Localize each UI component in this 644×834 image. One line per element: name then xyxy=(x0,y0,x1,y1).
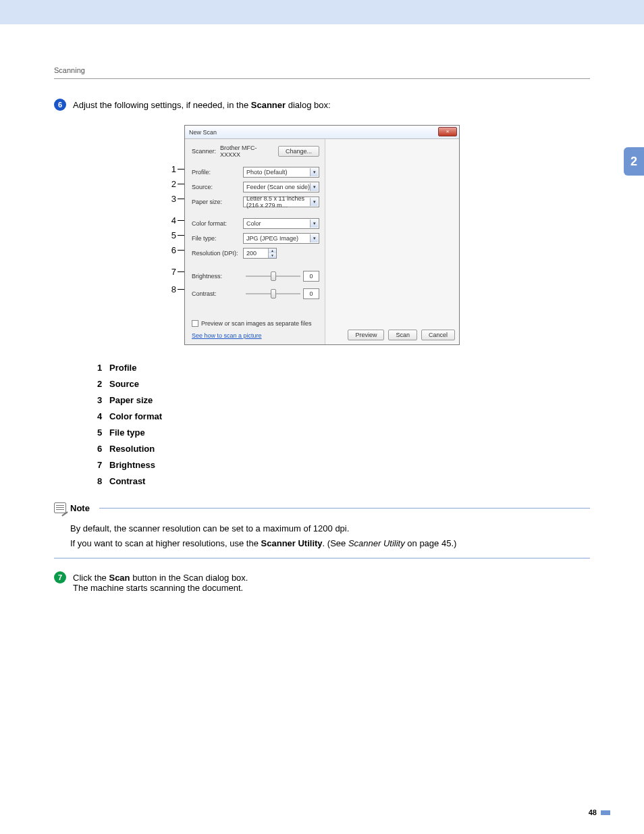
callout-4-num: 4 xyxy=(171,215,176,226)
note-title: Note xyxy=(70,503,90,513)
dialog-positioner: 1 2 3 4 5 6 7 8 New Scan × Scanner: xyxy=(184,125,460,345)
legend-num: 8 xyxy=(97,476,109,486)
profile-select[interactable]: Photo (Default)▾ xyxy=(243,167,319,178)
callout-line xyxy=(178,199,184,199)
spinner-arrows[interactable]: ▲▼ xyxy=(268,249,276,258)
chevron-down-icon[interactable]: ▾ xyxy=(310,183,318,191)
step-6-text-bold: Scanner xyxy=(251,100,286,110)
legend-item-contrast: 8Contrast xyxy=(97,476,590,486)
step-6-bullet: 6 xyxy=(54,99,66,111)
dialog-body: Scanner: Brother MFC- XXXXX Change... Pr… xyxy=(185,139,459,344)
change-button[interactable]: Change... xyxy=(278,146,319,157)
legend-label: Paper size xyxy=(109,395,153,405)
callout-6-num: 6 xyxy=(171,245,176,255)
slider-thumb[interactable] xyxy=(271,271,276,281)
brightness-slider[interactable] xyxy=(246,276,300,277)
scan-button[interactable]: Scan xyxy=(388,330,417,340)
contrast-label: Contrast: xyxy=(192,290,243,297)
legend-label: Brightness xyxy=(109,460,155,470)
step7-line1-a: Click the xyxy=(73,573,109,583)
callout-8-num: 8 xyxy=(171,284,176,294)
preview-button[interactable]: Preview xyxy=(348,330,384,340)
note-line-1: By default, the scanner resolution can b… xyxy=(70,521,590,536)
profile-label: Profile: xyxy=(192,169,243,176)
legend-label: Resolution xyxy=(109,444,155,454)
note-line-2: If you want to scan at higher resolution… xyxy=(70,536,590,551)
step-7: 7 Click the Scan button in the Scan dial… xyxy=(54,572,590,593)
note-top-rule xyxy=(99,508,590,509)
scanner-row: Scanner: Brother MFC- XXXXX Change... xyxy=(192,145,319,158)
callout-line xyxy=(178,250,184,251)
contrast-value[interactable]: 0 xyxy=(303,288,319,299)
callout-8: 8 xyxy=(171,284,184,294)
legend-label: Contrast xyxy=(109,476,145,486)
legend-item-brightness: 7Brightness xyxy=(97,460,590,470)
profile-row: Profile: Photo (Default)▾ xyxy=(192,166,319,178)
page-number: 48 xyxy=(589,808,597,816)
chevron-down-icon[interactable]: ▾ xyxy=(310,234,318,242)
callout-1: 1 xyxy=(171,164,184,174)
chevron-down-icon[interactable]: ▾ xyxy=(310,198,318,206)
colorformat-select[interactable]: Color▾ xyxy=(243,218,319,229)
page-content: Scanning 6 Adjust the following settings… xyxy=(0,24,644,593)
brightness-value[interactable]: 0 xyxy=(303,271,319,282)
callout-line xyxy=(178,184,184,184)
callout-2: 2 xyxy=(171,179,184,189)
close-icon[interactable]: × xyxy=(438,127,457,136)
header-rule xyxy=(54,78,590,79)
callout-line xyxy=(178,235,184,236)
colorformat-value: Color xyxy=(246,220,261,227)
note-icon xyxy=(54,502,66,513)
resolution-stepper[interactable]: 200 ▲▼ xyxy=(243,248,277,259)
colorformat-row: Color format: Color▾ xyxy=(192,217,319,230)
note-line2-c: on page 45.) xyxy=(405,538,457,548)
step7-line2: The machine starts scanning the document… xyxy=(73,583,243,593)
slider-thumb[interactable] xyxy=(271,289,276,298)
note-header: Note xyxy=(54,502,590,513)
callout-line xyxy=(178,271,184,272)
colorformat-label: Color format: xyxy=(192,220,243,227)
callouts: 1 2 3 4 5 6 7 8 xyxy=(167,125,184,345)
how-to-scan-link[interactable]: See how to scan a picture xyxy=(192,332,319,339)
step-7-text: Click the Scan button in the Scan dialog… xyxy=(73,572,248,593)
filetype-select[interactable]: JPG (JPEG Image)▾ xyxy=(243,233,319,244)
resolution-label: Resolution (DPI): xyxy=(192,250,243,257)
dialog-wrap: 1 2 3 4 5 6 7 8 New Scan × Scanner: xyxy=(54,125,590,345)
step-6-text-b: dialog box: xyxy=(286,100,331,110)
checkbox-icon[interactable] xyxy=(192,320,198,327)
legend-num: 2 xyxy=(97,379,109,389)
scanner-label: Scanner: xyxy=(192,148,216,155)
scanner-value: Brother MFC- XXXXX xyxy=(220,145,274,158)
top-banner xyxy=(0,0,644,24)
legend-item-profile: 1Profile xyxy=(97,363,590,373)
step-7-bullet: 7 xyxy=(54,571,66,583)
contrast-slider[interactable] xyxy=(246,293,300,294)
callout-2-num: 2 xyxy=(171,179,176,189)
chevron-down-icon[interactable]: ▾ xyxy=(310,168,318,176)
chevron-down-icon[interactable]: ▾ xyxy=(310,219,318,228)
source-select[interactable]: Feeder (Scan one side)▾ xyxy=(243,182,319,192)
papersize-label: Paper size: xyxy=(192,199,243,205)
separate-files-row[interactable]: Preview or scan images as separate files xyxy=(192,320,319,327)
callout-3-num: 3 xyxy=(171,194,176,204)
callout-line xyxy=(178,289,184,290)
callout-3: 3 xyxy=(171,194,184,204)
legend-num: 4 xyxy=(97,411,109,421)
cancel-button[interactable]: Cancel xyxy=(421,330,455,340)
legend-num: 3 xyxy=(97,395,109,405)
dialog-titlebar[interactable]: New Scan × xyxy=(185,126,459,139)
brightness-row: Brightness: 0 xyxy=(192,269,319,284)
dialog-buttons: Preview Scan Cancel xyxy=(348,330,455,340)
step-6-text-a: Adjust the following settings, if needed… xyxy=(73,100,251,110)
dialog-preview-pane: Preview Scan Cancel xyxy=(325,139,459,344)
section-header: Scanning xyxy=(54,66,590,74)
legend-item-filetype: 5File type xyxy=(97,427,590,438)
step7-line1-b: button in the Scan dialog box. xyxy=(130,573,248,583)
source-label: Source: xyxy=(192,184,243,190)
legend-item-resolution: 6Resolution xyxy=(97,444,590,454)
legend-item-colorformat: 4Color format xyxy=(97,411,590,421)
legend-num: 5 xyxy=(97,427,109,438)
legend-label: Source xyxy=(109,379,139,389)
filetype-value: JPG (JPEG Image) xyxy=(246,235,298,242)
papersize-select[interactable]: Letter 8.5 x 11 inches (216 x 279 m…▾ xyxy=(243,197,319,207)
